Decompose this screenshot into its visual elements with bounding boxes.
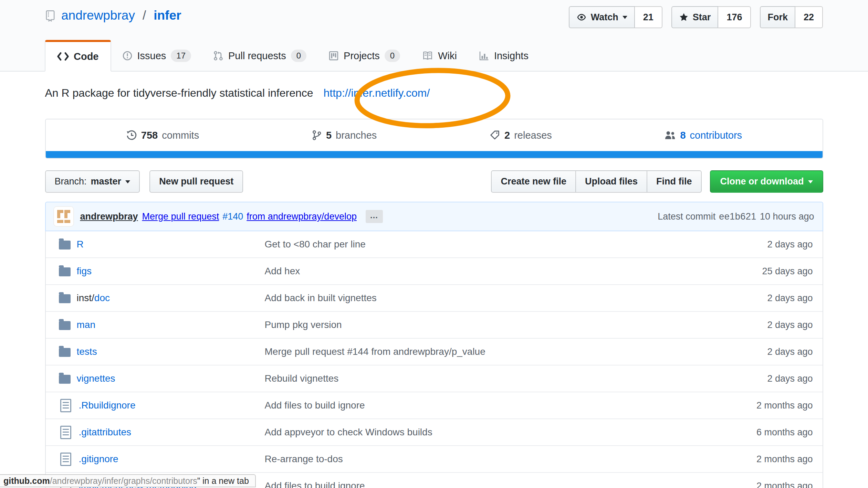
wiki-book-icon [422,51,433,61]
file-toolbar: Branch: master New pull request Create n… [45,170,823,193]
repo-stats-box: 758 commits 5 branches 2 releases [45,119,823,159]
file-link[interactable]: .Rbuildignore [79,400,136,411]
tab-wiki[interactable]: Wiki [411,40,468,72]
tab-code[interactable]: Code [45,40,111,72]
row-commit-link[interactable]: Re-arrange to-dos [265,454,343,464]
star-count[interactable]: 176 [718,6,751,28]
upload-files-button[interactable]: Upload files [575,170,647,193]
stat-number: 8 [680,130,686,141]
commit-pr-link[interactable]: #140 [222,211,243,222]
row-commit-link[interactable]: Merge pull request #144 from andrewpbray… [265,346,485,357]
commit-expand-button[interactable]: … [366,210,383,223]
branch-selector-button[interactable]: Branch: master [45,170,140,193]
row-commit-link[interactable]: Add files to build ignore [265,400,365,411]
commit-message-link[interactable]: Merge pull request [142,211,219,222]
watch-button[interactable]: Watch [569,6,635,28]
commit-author-link[interactable]: andrewpbray [80,211,138,222]
stat-commits[interactable]: 758 commits [126,130,199,141]
file-link[interactable]: .gitattributes [79,427,132,438]
table-row: man Pump pkg version 2 days ago [46,311,823,338]
commit-message-cell: Get to <80 char per line [265,239,709,250]
table-row: tests Merge pull request #144 from andre… [46,338,823,365]
star-icon [679,12,689,22]
stat-releases[interactable]: 2 releases [489,130,552,141]
commit-message-cell: Add files to build ignore [265,480,709,488]
row-commit-link[interactable]: Add appveyor to check Windows builds [265,427,432,437]
file-link[interactable]: figs [77,266,92,277]
row-commit-link[interactable]: Add files to build ignore [265,480,365,488]
language-bar[interactable] [46,151,823,158]
tab-issues[interactable]: Issues 17 [111,40,202,72]
clone-or-download-button[interactable]: Clone or download [710,170,823,193]
row-commit-link[interactable]: Get to <80 char per line [265,239,366,250]
tab-label: Issues [137,50,166,62]
new-pull-request-button[interactable]: New pull request [149,170,243,193]
folder-icon [59,375,71,384]
latest-commit-info: Latest commit ee1b621 10 hours ago [658,211,814,222]
file-icon [60,399,71,412]
tab-insights[interactable]: Insights [468,40,540,72]
fork-label: Fork [767,13,788,22]
git-branch-icon [312,130,322,141]
file-date: 2 days ago [709,347,823,357]
browser-status-bubble: github.com/andrewpbray/infer/graphs/cont… [0,474,256,487]
commit-message-cell: Merge pull request #144 from andrewpbray… [265,346,709,357]
file-date: 6 months ago [709,427,823,438]
file-link[interactable]: doc [94,293,110,304]
commit-message-cell: Rebuild vignettes [265,373,709,384]
issues-count-badge: 17 [171,50,191,62]
file-link[interactable]: tests [77,346,97,357]
commit-message-tail[interactable]: from andrewpbray/develop [247,211,357,222]
repo-owner-link[interactable]: andrewpbray [61,8,135,23]
status-url-domain: github.com [3,476,50,486]
file-icon [60,453,71,466]
latest-commit-bar: andrewpbray Merge pull request #140 from… [45,202,823,231]
folder-icon [59,267,71,276]
watch-label: Watch [591,13,618,22]
tab-label: Insights [494,50,529,62]
files-box: andrewpbray Merge pull request #140 from… [45,202,823,488]
create-new-file-button[interactable]: Create new file [491,170,576,193]
projects-count-badge: 0 [385,50,400,62]
caret-down-icon [808,180,813,186]
repo-name-link[interactable]: infer [154,8,181,23]
history-icon [126,130,137,141]
stat-branches[interactable]: 5 branches [312,130,377,141]
commit-message-cell: Re-arrange to-dos [265,454,709,465]
issue-icon [122,51,133,61]
commit-message-cell: Add files to build ignore [265,400,709,411]
stat-label: commits [162,130,199,141]
projects-icon [328,51,339,61]
file-date: 25 days ago [709,266,823,277]
star-label: Star [693,13,711,22]
row-commit-link[interactable]: Pump pkg version [265,319,342,330]
row-commit-link[interactable]: Add back in built vignettes [265,293,377,303]
commit-message-cell: Add appveyor to check Windows builds [265,427,709,438]
find-file-button[interactable]: Find file [647,170,702,193]
stat-contributors[interactable]: 8 contributors [664,130,742,141]
watch-count[interactable]: 21 [635,6,662,28]
file-link[interactable]: .gitignore [79,454,118,465]
tab-pull-requests[interactable]: Pull requests 0 [202,40,317,72]
fork-button[interactable]: Fork [760,6,795,28]
repo-description: An R package for tidyverse-friendly stat… [45,87,823,99]
file-link[interactable]: R [77,239,84,250]
repo-website-link[interactable]: http://infer.netlify.com/ [324,87,430,99]
tab-projects[interactable]: Projects 0 [317,40,411,72]
caret-down-icon [125,180,130,186]
row-commit-link[interactable]: Rebuild vignettes [265,373,339,384]
commit-message-cell: Pump pkg version [265,319,709,330]
repo-header: andrewpbray / infer Watch 21 Star 176 [0,0,868,72]
commit-sha-link[interactable]: ee1b621 [719,211,756,222]
folder-icon [59,348,71,357]
stat-number: 5 [326,130,332,141]
file-link[interactable]: man [77,319,95,330]
fork-count[interactable]: 22 [795,6,823,28]
latest-commit-label: Latest commit [658,211,715,222]
table-row: .gitignore Re-arrange to-dos 2 months ag… [46,445,823,472]
row-commit-link[interactable]: Add hex [265,266,300,276]
star-button[interactable]: Star [671,6,719,28]
repo-social-actions: Watch 21 Star 176 Fork 22 [569,6,823,28]
file-link[interactable]: vignettes [77,373,115,384]
status-suffix: ” in a new tab [197,476,249,486]
